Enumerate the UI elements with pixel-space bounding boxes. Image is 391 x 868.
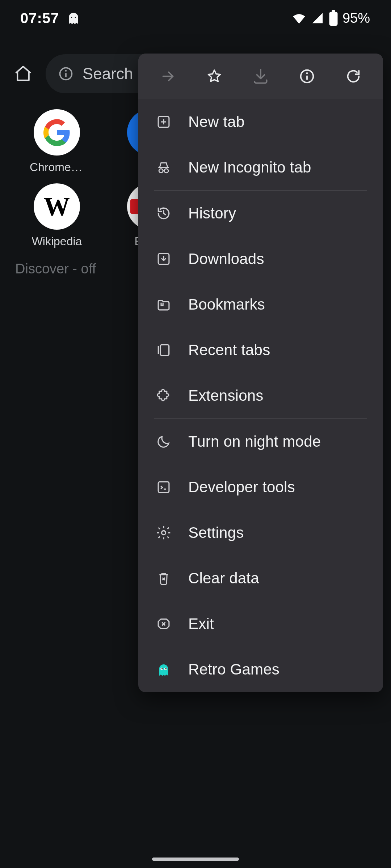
svg-point-0	[71, 16, 73, 18]
wifi-icon	[291, 10, 307, 26]
home-button[interactable]	[11, 61, 35, 86]
menu-label: Clear data	[188, 570, 259, 587]
svg-rect-18	[160, 345, 169, 355]
menu-bookmarks[interactable]: Bookmarks	[138, 282, 383, 327]
recent-tabs-icon	[155, 342, 172, 358]
menu-label: Bookmarks	[188, 296, 265, 313]
menu-action-row	[138, 54, 383, 99]
speed-dial-tile[interactable]: Chrome …	[15, 109, 98, 174]
svg-rect-3	[332, 10, 335, 12]
moon-icon	[155, 434, 172, 449]
menu-night-mode[interactable]: Turn on night mode	[138, 419, 383, 464]
wikipedia-icon: W	[34, 183, 80, 230]
menu-label: Extensions	[188, 387, 263, 404]
menu-incognito[interactable]: New Incognito tab	[138, 145, 383, 190]
reload-button[interactable]	[330, 54, 377, 99]
menu-label: New tab	[188, 113, 244, 131]
bookmarks-icon	[155, 297, 172, 312]
menu-label: Exit	[188, 615, 214, 633]
gear-icon	[155, 525, 172, 541]
forward-button[interactable]	[145, 54, 191, 99]
overflow-menu: New tab New Incognito tab History Downlo…	[138, 54, 383, 692]
extensions-icon	[155, 388, 172, 403]
exit-icon	[155, 616, 172, 631]
menu-clear-data[interactable]: Clear data	[138, 556, 383, 601]
downloads-icon	[155, 251, 172, 267]
pacman-ghost-icon	[155, 662, 172, 677]
svg-point-23	[162, 531, 166, 535]
download-page-button[interactable]	[237, 54, 284, 99]
menu-downloads[interactable]: Downloads	[138, 236, 383, 282]
nav-gesture-indicator	[152, 858, 239, 861]
page-info-button[interactable]	[284, 54, 330, 99]
svg-point-11	[306, 72, 308, 74]
history-icon	[155, 205, 172, 221]
menu-devtools[interactable]: Developer tools	[138, 464, 383, 510]
menu-recent-tabs[interactable]: Recent tabs	[138, 327, 383, 373]
devtools-icon	[155, 480, 172, 495]
menu-exit[interactable]: Exit	[138, 601, 383, 647]
menu-settings[interactable]: Settings	[138, 510, 383, 556]
ghost-icon	[66, 10, 81, 26]
menu-label: Turn on night mode	[188, 433, 321, 450]
status-bar: 07:57 95%	[0, 0, 391, 36]
svg-rect-2	[329, 12, 337, 26]
svg-rect-21	[158, 482, 169, 493]
menu-retro-games[interactable]: Retro Games	[138, 647, 383, 692]
menu-label: Settings	[188, 524, 244, 541]
menu-label: Downloads	[188, 250, 264, 268]
svg-point-15	[159, 169, 163, 173]
menu-label: Developer tools	[188, 478, 295, 496]
menu-label: Retro Games	[188, 661, 279, 678]
status-time: 07:57	[20, 10, 59, 26]
bookmark-star-button[interactable]	[191, 54, 237, 99]
trash-icon	[155, 570, 172, 586]
battery-percent: 95%	[342, 10, 370, 26]
svg-point-26	[161, 668, 163, 670]
tile-label: Chrome …	[30, 161, 84, 174]
site-info-icon[interactable]	[58, 66, 74, 82]
svg-point-16	[164, 169, 168, 173]
svg-point-6	[65, 70, 67, 72]
menu-label: History	[188, 205, 236, 222]
menu-extensions[interactable]: Extensions	[138, 373, 383, 418]
discover-label: Discover	[15, 261, 69, 276]
svg-point-27	[165, 668, 167, 670]
menu-label: New Incognito tab	[188, 159, 311, 176]
menu-new-tab[interactable]: New tab	[138, 99, 383, 145]
speed-dial-tile[interactable]: W Wikipedia	[15, 183, 98, 248]
discover-state: - off	[69, 261, 96, 276]
incognito-icon	[155, 159, 172, 175]
tile-label: Wikipedia	[32, 235, 82, 248]
signal-icon	[311, 11, 324, 25]
google-icon	[34, 109, 80, 156]
svg-point-1	[75, 16, 77, 18]
menu-history[interactable]: History	[138, 191, 383, 236]
battery-icon	[328, 10, 339, 26]
menu-label: Recent tabs	[188, 341, 270, 359]
new-tab-icon	[155, 114, 172, 129]
